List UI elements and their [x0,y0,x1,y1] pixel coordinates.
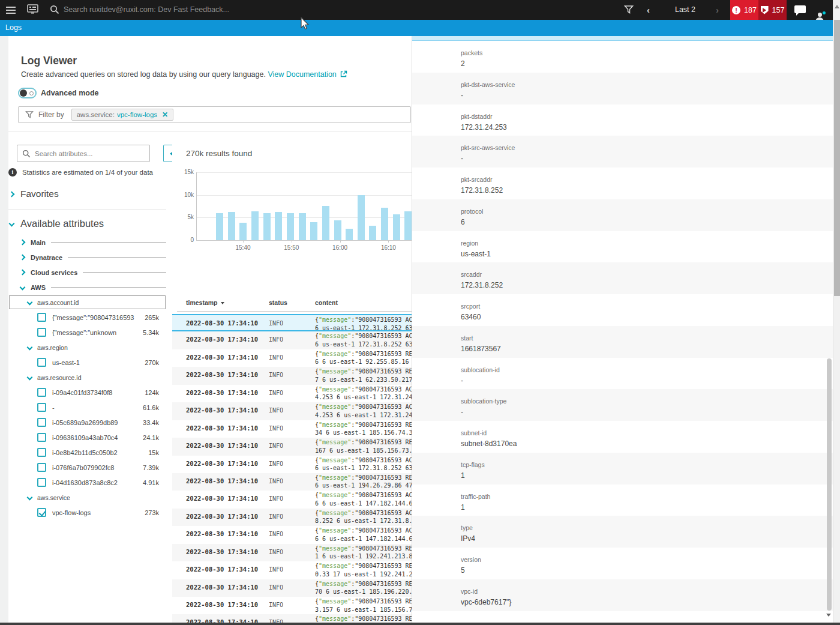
checkbox-unchecked[interactable] [37,313,46,322]
search-attributes-input[interactable]: Search attributes... [17,145,150,162]
attribute-value-row[interactable]: i-0e8b42b11d5c050b215k [8,445,166,460]
column-header-content[interactable]: content [315,299,338,306]
hamburger-menu-icon[interactable] [6,5,16,16]
time-range-next-icon[interactable]: › [716,0,719,20]
checkbox-unchecked[interactable] [37,388,46,397]
table-row[interactable]: 2022-08-30 17:34:10INFO{"message":"90804… [172,314,412,331]
column-header-status[interactable]: status [269,299,287,306]
chart-bar [322,206,329,240]
attribute-header-aws.resource.id[interactable]: aws.resource.id [8,370,166,385]
attribute-value-row[interactable]: i-09a4c01fd3734f0f8124k [8,385,166,400]
attribute-group-main[interactable]: Main [8,235,166,250]
window-scrollbar-thumb[interactable] [834,20,840,296]
attribute-tree: MainDynatraceCloud servicesAWSaws.accoun… [8,235,166,520]
scroll-down-icon[interactable] [826,614,831,617]
gridline [196,172,412,173]
attribute-value-row[interactable]: -61.6k [8,400,166,415]
table-row[interactable]: 2022-08-30 17:34:10INFO{"message":"90804… [172,491,412,508]
view-documentation-link[interactable]: View Documentation [268,70,336,79]
global-search-input[interactable]: Search ruxitdev@ruxit.com: Dev Fast Feed… [64,0,229,20]
attribute-group-cloud-services[interactable]: Cloud services [8,265,166,280]
advanced-mode-toggle[interactable] [18,88,37,98]
attribute-name: aws.resource.id [37,374,82,381]
available-attributes-header[interactable]: Available attributes [10,218,104,229]
attribute-header-aws.region[interactable]: aws.region [8,340,166,355]
table-row[interactable]: 2022-08-30 17:34:10INFO{"message":"90804… [172,331,412,349]
search-icon[interactable] [50,5,59,17]
attribute-value-row[interactable]: us-east-1270k [8,355,166,370]
table-row[interactable]: 2022-08-30 17:34:10INFO{"message":"90804… [172,349,412,367]
attribute-value-row[interactable]: i-076f6a7b079902fc87.39k [8,460,166,475]
chevron-right-icon [20,255,26,261]
chevron-down-icon [27,495,33,501]
chat-icon[interactable] [794,5,806,13]
x-axis-tick [340,240,341,243]
time-range-previous-icon[interactable]: ‹ [647,0,650,20]
log-table-header: timestamp status content [172,299,412,311]
breadcrumb[interactable]: Logs [5,20,833,36]
scroll-up-icon[interactable] [835,5,839,8]
attribute-group-aws[interactable]: AWS [8,280,166,295]
detail-field-value: - [461,405,833,416]
table-row[interactable]: 2022-08-30 17:34:10INFO{"message":"90804… [172,526,412,543]
favorites-section-header[interactable]: Favorites [10,189,59,199]
checkbox-unchecked[interactable] [37,328,46,337]
attribute-header-aws.account.id[interactable]: aws.account.id [8,295,166,310]
log-content: {"message":"908047316593 AC 8.252 6 us-e… [315,509,412,525]
attribute-group-dynatrace[interactable]: Dynatrace [8,250,166,265]
dashboards-icon[interactable] [27,4,38,17]
table-row[interactable]: 2022-08-30 17:34:10INFO{"message":"90804… [172,544,412,561]
table-row[interactable]: 2022-08-30 17:34:10INFO{"message":"90804… [172,385,412,402]
detail-field-key: traffic-path [461,485,833,500]
checkbox-unchecked[interactable] [37,463,46,472]
table-row[interactable]: 2022-08-30 17:34:10INFO{"message":"90804… [172,420,412,438]
detail-field-value: 1 [461,500,833,512]
checkbox-unchecked[interactable] [37,403,46,412]
detail-field-key: vpc-id [461,579,833,595]
checkbox-unchecked[interactable] [37,478,46,487]
filter-bar[interactable]: Filter by aws.service: vpc-flow-logs ✕ [18,106,411,123]
detail-field-value: us-east-1 [461,247,833,258]
x-axis-tick [292,240,292,243]
detail-field-key: pkt-srcaddr [461,168,833,183]
checkbox-unchecked[interactable] [37,448,46,457]
attribute-value-row[interactable]: i-05c689a9a2699db8933.4k [8,415,166,430]
attribute-value-label: vpc-flow-logs [52,509,145,516]
column-header-timestamp[interactable]: timestamp [186,299,224,306]
attribute-value-row[interactable]: vpc-flow-logs273k [8,505,166,520]
detail-panel-scrollbar[interactable] [827,358,832,611]
filter-icon[interactable] [624,5,634,17]
table-row[interactable]: 2022-08-30 17:34:10INFO{"message":"90804… [172,597,412,614]
table-row[interactable]: 2022-08-30 17:34:10INFO{"message":"90804… [172,509,412,526]
attribute-value-row[interactable]: {"message":"908047316593265k [8,310,166,325]
checkbox-unchecked[interactable] [37,433,46,442]
detail-field-row: srcaddr172.31.8.252 [412,262,833,294]
table-row[interactable]: 2022-08-30 17:34:10INFO{"message":"90804… [172,402,412,420]
detail-field-value: 172.31.24.253 [461,120,833,131]
chevron-down-icon [27,375,33,381]
filter-chip[interactable]: aws.service: vpc-flow-logs ✕ [71,109,173,121]
table-row[interactable]: 2022-08-30 17:34:10INFO{"message":"90804… [172,614,412,623]
chart-bar [358,195,365,240]
log-content: {"message":"908047316593 AC 6 us-east-1 … [315,456,412,473]
checkbox-checked[interactable] [37,508,46,517]
detail-field-key: pkt-dst-aws-service [461,73,833,88]
chart-bar [299,213,306,240]
attribute-value-row[interactable]: i-09636109a43ab70c424.1k [8,430,166,445]
checkbox-unchecked[interactable] [37,358,46,367]
table-row[interactable]: 2022-08-30 17:34:10INFO{"message":"90804… [172,579,412,597]
problems-badge[interactable]: ! 187 [730,0,758,20]
table-row[interactable]: 2022-08-30 17:34:10INFO{"message":"90804… [172,473,412,491]
remove-filter-icon[interactable]: ✕ [162,110,168,119]
checkbox-unchecked[interactable] [37,418,46,427]
attribute-value-row[interactable]: i-04d1630d873a8c8c24.91k [8,475,166,490]
table-row[interactable]: 2022-08-30 17:34:10INFO{"message":"90804… [172,456,412,473]
table-row[interactable]: 2022-08-30 17:34:10INFO{"message":"90804… [172,367,412,384]
attribute-value-row[interactable]: {"message":"unknown5.34k [8,325,166,340]
window-scrollbar[interactable] [833,0,840,625]
attribute-header-aws.service[interactable]: aws.service [8,490,166,505]
table-row[interactable]: 2022-08-30 17:34:10INFO{"message":"90804… [172,561,412,579]
table-row[interactable]: 2022-08-30 17:34:10INFO{"message":"90804… [172,438,412,455]
attribute-value-label: i-09636109a43ab70c4 [52,434,143,441]
security-badge[interactable]: 157 [758,0,787,20]
